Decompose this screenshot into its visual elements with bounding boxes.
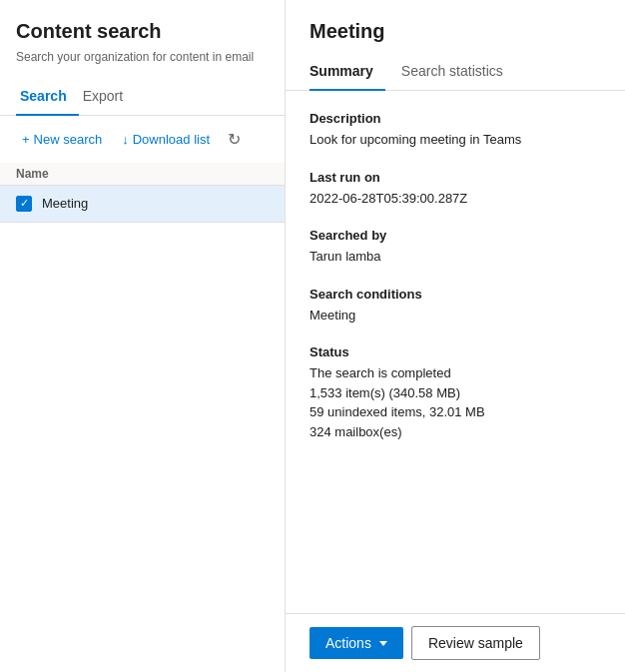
column-name: Name	[16, 167, 49, 181]
right-content: Description Look for upcoming meeting in…	[286, 91, 625, 613]
check-icon: ✓	[20, 198, 29, 209]
actions-label: Actions	[325, 635, 371, 651]
searched-by-label: Searched by	[310, 228, 601, 243]
last-run-value: 2022-06-28T05:39:00.287Z	[310, 189, 601, 209]
detail-title: Meeting	[310, 20, 601, 43]
page-subtitle: Search your organization for content in …	[16, 49, 269, 66]
conditions-label: Search conditions	[310, 287, 601, 302]
new-search-button[interactable]: + New search	[16, 128, 108, 151]
description-section: Description Look for upcoming meeting in…	[310, 111, 601, 150]
status-line1: The search is completed	[310, 363, 601, 383]
description-label: Description	[310, 111, 601, 126]
right-panel: Meeting Summary Search statistics Descri…	[286, 0, 625, 672]
right-header: Meeting	[286, 0, 625, 55]
last-run-section: Last run on 2022-06-28T05:39:00.287Z	[310, 170, 601, 209]
tab-search-statistics[interactable]: Search statistics	[401, 55, 515, 91]
conditions-section: Search conditions Meeting	[310, 287, 601, 326]
table-row[interactable]: ✓ Meeting	[0, 186, 285, 223]
actions-button[interactable]: Actions	[310, 627, 403, 659]
download-list-button[interactable]: ↓ Download list	[116, 128, 216, 151]
row-checkbox[interactable]: ✓	[16, 196, 32, 212]
refresh-icon: ↻	[228, 131, 241, 148]
download-list-label: Download list	[133, 132, 210, 147]
row-name: Meeting	[42, 196, 88, 211]
status-line2: 1,533 item(s) (340.58 MB)	[310, 383, 601, 403]
refresh-button[interactable]: ↻	[224, 126, 245, 153]
plus-icon: +	[22, 132, 30, 147]
toolbar: + New search ↓ Download list ↻	[0, 116, 285, 163]
status-label: Status	[310, 344, 601, 359]
description-value: Look for upcoming meeting in Teams	[310, 130, 601, 150]
searched-by-section: Searched by Tarun lamba	[310, 228, 601, 267]
left-panel: Content search Search your organization …	[0, 0, 286, 672]
page-title: Content search	[16, 20, 269, 43]
status-line4: 324 mailbox(es)	[310, 422, 601, 442]
tab-search[interactable]: Search	[16, 80, 79, 116]
left-header: Content search Search your organization …	[0, 0, 285, 76]
last-run-label: Last run on	[310, 170, 601, 185]
conditions-value: Meeting	[310, 306, 601, 326]
status-line3: 59 unindexed items, 32.01 MB	[310, 402, 601, 422]
right-tabs: Summary Search statistics	[286, 55, 625, 91]
searched-by-value: Tarun lamba	[310, 247, 601, 267]
left-tabs: Search Export	[0, 80, 285, 116]
status-section: Status The search is completed 1,533 ite…	[310, 344, 601, 441]
new-search-label: New search	[34, 132, 103, 147]
chevron-down-icon	[379, 641, 387, 646]
download-icon: ↓	[122, 132, 129, 147]
tab-summary[interactable]: Summary	[310, 55, 385, 91]
table-header: Name	[0, 163, 285, 186]
review-sample-button[interactable]: Review sample	[411, 626, 540, 660]
tab-export[interactable]: Export	[79, 80, 135, 116]
right-footer: Actions Review sample	[286, 613, 625, 672]
